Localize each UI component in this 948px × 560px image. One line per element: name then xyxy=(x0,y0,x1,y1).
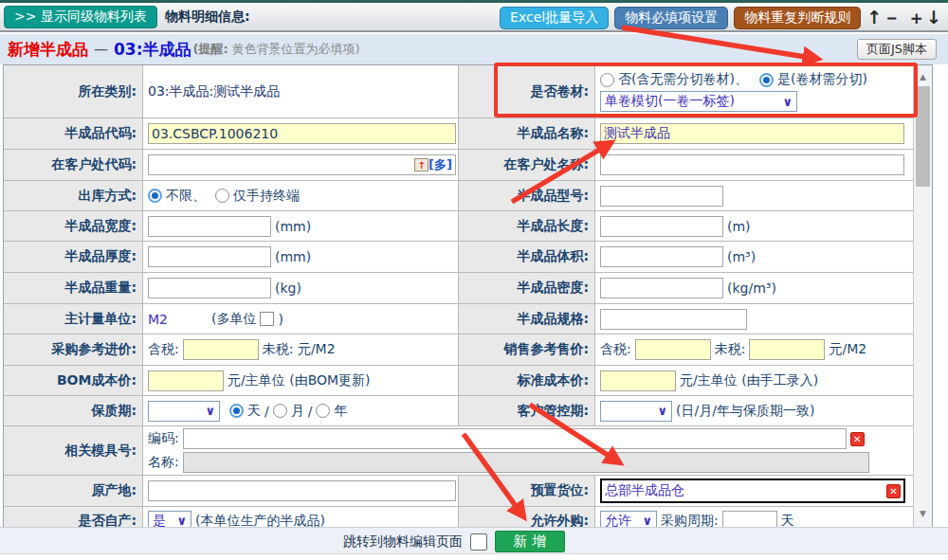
shelf-day-label: 天 xyxy=(247,403,261,420)
chevron-down-icon: ∨ xyxy=(782,95,793,109)
preset-location-value: 总部半成品仓 xyxy=(605,482,684,499)
row-unit-spec: 主计量单位: M2 (多单位 ) 半成品规格: xyxy=(4,304,913,334)
collapse-icon[interactable]: ↑－ xyxy=(866,6,902,30)
row-width-length: 半成品宽度: (mm) 半成品长度: (m) xyxy=(4,211,913,242)
sale-tax-label: 含税: xyxy=(600,341,631,358)
purchase-price-cell: 含税: 未税: 元/M2 xyxy=(143,334,459,365)
length-label: 半成品长度: xyxy=(459,211,595,241)
bom-cost-input[interactable] xyxy=(148,370,224,391)
weight-input[interactable] xyxy=(148,278,271,298)
expand-icon[interactable]: ＋↓ xyxy=(907,6,942,30)
row-customer-code-name: 在客户处代码: ↑ [多] 在客户处名称: xyxy=(4,150,913,181)
outbound-handheld-radio[interactable] xyxy=(215,189,229,203)
self-made-select[interactable]: 是 ∨ xyxy=(148,511,191,529)
customer-name-input[interactable] xyxy=(600,154,904,175)
self-made-value: 是 xyxy=(153,513,166,529)
row-outbound-model: 出库方式: 不限、 仅手持终端 半成品型号: xyxy=(4,181,913,211)
form-rows: 所在类别: 03:半成品:测试半成品 是否卷材: 否(含无需分切卷材)、 是(卷… xyxy=(4,65,913,528)
spec-input[interactable] xyxy=(600,309,747,330)
mold-label: 相关模具号: xyxy=(4,426,143,475)
shelf-year-radio[interactable] xyxy=(316,404,330,418)
roll-no-radio[interactable] xyxy=(600,73,614,87)
mold-name-input xyxy=(183,452,869,473)
mold-cell: 编码: ✕ 名称: xyxy=(143,426,913,475)
footer-bar: 跳转到物料编辑页面 新 增 xyxy=(0,527,948,554)
purchase-cycle-input[interactable] xyxy=(722,511,777,529)
customer-code-input[interactable]: ↑ [多] xyxy=(148,154,456,175)
customer-name-label: 在客户处名称: xyxy=(459,150,595,180)
spec-cell xyxy=(595,304,913,334)
thickness-label: 半成品厚度: xyxy=(4,242,143,272)
std-cost-suffix: 元/主单位 (由手工录入) xyxy=(680,372,818,389)
semi-product-code-input[interactable]: 03.CSBCP.1006210 xyxy=(148,123,456,144)
scroll-up-icon[interactable]: ▲ xyxy=(914,69,932,84)
purchase-tax-input[interactable] xyxy=(183,339,259,360)
add-button[interactable]: 新 增 xyxy=(495,531,565,552)
row-category-isroll: 所在类别: 03:半成品:测试半成品 是否卷材: 否(含无需分切卷材)、 是(卷… xyxy=(4,65,913,118)
outsource-select[interactable]: 允许 ∨ xyxy=(600,511,657,529)
import-icon[interactable]: ↑ xyxy=(414,158,428,172)
sale-price-unit: 元/M2 xyxy=(829,341,866,358)
multi-select-icon[interactable]: [多] xyxy=(428,156,452,173)
origin-input[interactable] xyxy=(148,480,456,501)
clear-location-icon[interactable]: ✕ xyxy=(886,484,901,498)
scroll-down-icon[interactable]: ▼ xyxy=(914,506,932,521)
outsource-label: 允许外购: xyxy=(459,507,595,528)
bom-cost-suffix: 元/主单位 (由BOM更新) xyxy=(228,372,371,389)
shelf-month-label: 月 xyxy=(291,403,304,420)
jump-to-edit-checkbox[interactable] xyxy=(470,533,487,551)
self-made-suffix: (本单位生产的半成品) xyxy=(195,513,325,529)
row-code-name: 半成品代码: 03.CSBCP.1006210 半成品名称: 测试半成品 xyxy=(4,118,913,150)
code-cell: 03.CSBCP.1006210 xyxy=(143,118,459,149)
density-cell: (kg/m³) xyxy=(595,273,913,303)
sale-price-label: 销售参考售价: xyxy=(459,334,595,365)
footer-actions: 跳转到物料编辑页面 新 增 xyxy=(343,531,565,552)
clear-mold-icon[interactable]: ✕ xyxy=(850,432,865,446)
length-unit: (m) xyxy=(727,219,751,234)
width-input[interactable] xyxy=(148,216,271,237)
length-input[interactable] xyxy=(600,216,723,237)
material-form-table: 所在类别: 03:半成品:测试半成品 是否卷材: 否(含无需分切卷材)、 是(卷… xyxy=(3,64,933,528)
outbound-any-radio[interactable] xyxy=(148,189,162,203)
location-cell: 总部半成品仓 ✕ xyxy=(595,476,913,506)
preset-location-input[interactable]: 总部半成品仓 ✕ xyxy=(600,479,905,503)
semi-product-name-input[interactable]: 测试半成品 xyxy=(600,123,904,144)
scrollbar-thumb[interactable] xyxy=(916,86,930,187)
origin-label: 原产地: xyxy=(4,476,143,506)
volume-input[interactable] xyxy=(600,246,723,267)
roll-yes-label: 是(卷材需分切) xyxy=(777,71,867,88)
std-cost-input[interactable] xyxy=(600,370,676,391)
weight-label: 半成品重量: xyxy=(4,273,143,303)
outbound-handheld-label: 仅手持终端 xyxy=(233,188,300,205)
category-label: 所在类别: xyxy=(4,65,143,117)
isroll-value-cell: 否(含无需分切卷材)、 是(卷材需分切) 单卷模切(一卷一标签) ∨ xyxy=(595,65,913,117)
control-select[interactable]: ∨ xyxy=(600,401,672,422)
show-sibling-list-button[interactable]: >> 显示同级物料列表 xyxy=(4,6,157,28)
volume-unit: (m³) xyxy=(727,249,756,264)
sale-tax-input[interactable] xyxy=(635,339,711,360)
vertical-scrollbar[interactable]: ▲ ▼ xyxy=(913,65,932,527)
thickness-input[interactable] xyxy=(148,246,271,267)
sale-untaxed-input[interactable] xyxy=(749,339,825,360)
control-suffix: (日/月/年与保质期一致) xyxy=(676,403,814,420)
outbound-any-label: 不限、 xyxy=(166,188,206,205)
shelf-day-radio[interactable] xyxy=(229,404,244,418)
page-js-script-button[interactable]: 页面JS脚本 xyxy=(857,39,937,60)
roll-yes-radio[interactable] xyxy=(759,73,774,87)
cut-mode-select[interactable]: 单卷模切(一卷一标签) ∨ xyxy=(600,91,797,112)
excel-batch-import-button[interactable]: Excel批量导入 xyxy=(500,7,609,29)
name-cell: 测试半成品 xyxy=(595,118,913,149)
shelf-month-radio[interactable] xyxy=(273,404,287,418)
shelf-year-label: 年 xyxy=(334,403,347,420)
shelf-life-select[interactable]: ∨ xyxy=(148,401,220,422)
row-shelf-control: 保质期: ∨ 天 / 月 / 年 客户管控期: ∨ xyxy=(4,396,913,426)
required-fields-setting-button[interactable]: 物料必填项设置 xyxy=(614,7,728,29)
mold-code-input[interactable] xyxy=(183,428,847,449)
model-input[interactable] xyxy=(600,186,723,207)
multi-unit-checkbox[interactable] xyxy=(260,312,274,326)
std-cost-cell: 元/主单位 (由手工录入) xyxy=(595,366,913,395)
page-header: 新增半成品 — 03:半成品 (提醒: 黄色背景位置为必填项) 页面JS脚本 xyxy=(0,34,948,64)
duplicate-judge-rule-button[interactable]: 物料重复判断规则 xyxy=(734,7,861,29)
isroll-label: 是否卷材: xyxy=(459,65,595,117)
density-input[interactable] xyxy=(600,278,723,298)
